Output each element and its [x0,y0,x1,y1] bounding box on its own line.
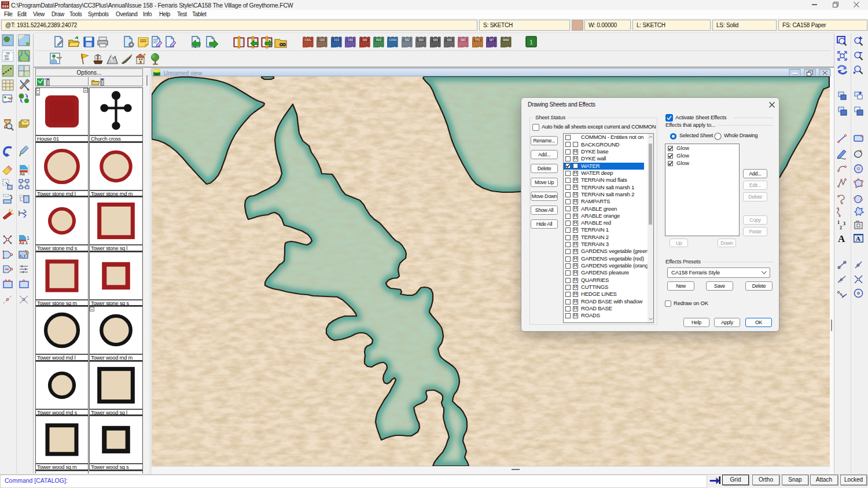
svg-text:PER: PER [376,39,382,42]
svg-text:Aa: Aa [20,172,25,176]
svg-text:TTC: TTC [475,39,481,42]
svg-text:SS6: SS6 [447,39,452,42]
svg-text:3: 3 [843,221,845,226]
svg-text:1: 1 [27,235,30,241]
svg-text:2: 2 [840,225,842,230]
svg-text:A: A [838,233,845,244]
svg-text:SS4: SS4 [418,39,424,42]
svg-text:DIT: DIT [490,39,494,42]
svg-text:CD3+: CD3+ [305,39,312,42]
svg-text:Aa: Aa [19,241,24,245]
svg-text:CN3: CN3 [348,39,354,42]
svg-text:SMC: SMC [461,39,467,42]
svg-text:CD3: CD3 [319,39,325,42]
svg-text:1: 1 [529,38,534,46]
svg-text:COS3: COS3 [389,39,397,42]
svg-text:CC3: CC3 [2,2,8,5]
svg-text:CC3: CC3 [334,39,340,42]
svg-text:SS5: SS5 [433,39,438,42]
svg-text:SS2: SS2 [404,39,410,42]
svg-text:x, y: x, y [19,253,26,258]
svg-text:990: 990 [5,58,9,61]
svg-text:A: A [856,235,860,242]
svg-text:WW2: WW2 [502,39,509,42]
svg-text:DID: DID [362,39,367,42]
svg-text:1: 1 [837,220,840,225]
